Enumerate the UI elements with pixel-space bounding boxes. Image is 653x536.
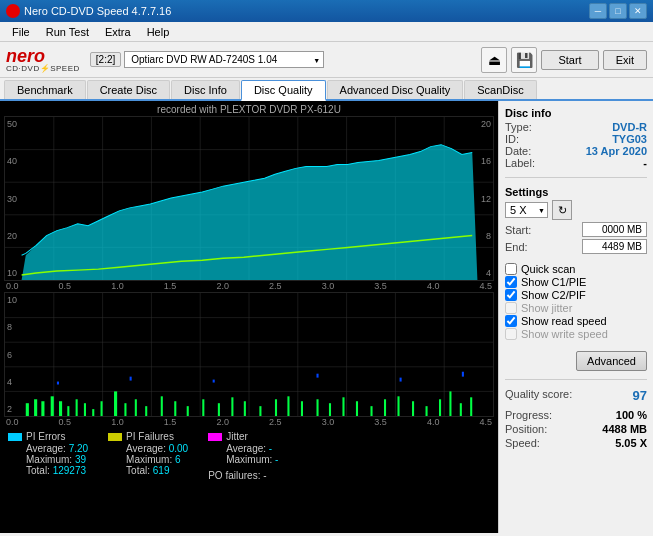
exit-button[interactable]: Exit [603, 50, 647, 70]
toolbar: nero CD·DVD⚡SPEED [2:2] Optiarc DVD RW A… [0, 42, 653, 78]
svg-rect-51 [301, 401, 303, 416]
pi-failures-color [108, 433, 122, 441]
tab-benchmark[interactable]: Benchmark [4, 80, 86, 99]
svg-rect-69 [400, 378, 402, 382]
svg-rect-56 [370, 406, 372, 416]
pi-failures-total: 619 [153, 465, 170, 476]
tab-bar: Benchmark Create Disc Disc Info Disc Qua… [0, 78, 653, 101]
id-value: TYG03 [612, 133, 647, 145]
show-read-speed-label: Show read speed [521, 315, 607, 327]
svg-rect-40 [145, 406, 147, 416]
pi-errors-avg: 7.20 [69, 443, 88, 454]
pi-failures-stats: Average: 0.00 Maximum: 6 Total: 619 [108, 443, 188, 476]
svg-rect-65 [57, 382, 59, 385]
refresh-button[interactable]: ↻ [552, 200, 572, 220]
quality-score-label: Quality score: [505, 388, 572, 403]
progress-row: Progress: 100 % [505, 409, 647, 421]
jitter-label: Jitter [226, 431, 248, 442]
svg-rect-41 [161, 396, 163, 416]
svg-rect-59 [412, 401, 414, 416]
svg-rect-29 [41, 401, 44, 416]
quality-score-row: Quality score: 97 [505, 388, 647, 403]
type-value: DVD-R [612, 121, 647, 133]
show-read-speed-checkbox[interactable] [505, 315, 517, 327]
menu-extra[interactable]: Extra [97, 24, 139, 40]
svg-rect-39 [135, 399, 137, 416]
minimize-button[interactable]: ─ [589, 3, 607, 19]
svg-rect-35 [92, 409, 94, 416]
show-write-speed-checkbox [505, 328, 517, 340]
svg-rect-27 [26, 403, 29, 416]
nero-product: CD·DVD⚡SPEED [6, 65, 80, 73]
svg-rect-33 [76, 399, 78, 416]
jitter-stats: Average: - Maximum: - [208, 443, 278, 465]
end-input[interactable] [582, 239, 647, 254]
po-failures-row: PO failures: - [208, 470, 278, 481]
svg-rect-44 [202, 399, 204, 416]
right-panel: Disc info Type: DVD-R ID: TYG03 Date: 13… [498, 101, 653, 533]
title-bar-left: Nero CD-DVD Speed 4.7.7.16 [6, 4, 171, 18]
speed-row: 5 X 4 X 8 X Max ↻ [505, 200, 647, 220]
svg-rect-37 [114, 391, 117, 416]
svg-rect-55 [356, 401, 358, 416]
svg-rect-31 [59, 401, 62, 416]
bottom-x-axis: 0.00.51.01.52.02.53.03.54.04.5 [4, 417, 494, 427]
start-button[interactable]: Start [541, 50, 598, 70]
close-button[interactable]: ✕ [629, 3, 647, 19]
speed-display-value: 5.05 X [615, 437, 647, 449]
disc-info-section: Disc info Type: DVD-R ID: TYG03 Date: 13… [505, 107, 647, 169]
pi-errors-max: 39 [75, 454, 86, 465]
tab-create-disc[interactable]: Create Disc [87, 80, 170, 99]
type-row: Type: DVD-R [505, 121, 647, 133]
divider-2 [505, 379, 647, 380]
po-failures-label: PO failures: [208, 470, 260, 481]
svg-rect-68 [316, 374, 318, 378]
svg-rect-45 [218, 403, 220, 416]
maximize-button[interactable]: □ [609, 3, 627, 19]
po-failures-value: - [263, 470, 266, 481]
svg-rect-48 [259, 406, 261, 416]
position-row: Position: 4488 MB [505, 423, 647, 435]
tab-scandisc[interactable]: ScanDisc [464, 80, 536, 99]
svg-rect-47 [244, 401, 246, 416]
start-input[interactable] [582, 222, 647, 237]
save-button[interactable]: 💾 [511, 47, 537, 73]
tab-advanced-disc-quality[interactable]: Advanced Disc Quality [327, 80, 464, 99]
jitter-max: - [275, 454, 278, 465]
app-icon [6, 4, 20, 18]
drive-dropdown[interactable]: Optiarc DVD RW AD-7240S 1.04 [124, 51, 324, 68]
menu-file[interactable]: File [4, 24, 38, 40]
quick-scan-label: Quick scan [521, 263, 575, 275]
svg-rect-67 [213, 380, 215, 383]
chart-area: recorded with PLEXTOR DVDR PX-612U 50 40… [0, 101, 498, 533]
title-bar-controls: ─ □ ✕ [589, 3, 647, 19]
show-write-speed-label: Show write speed [521, 328, 608, 340]
legend-area: PI Errors Average: 7.20 Maximum: 39 Tota… [2, 428, 496, 484]
pi-errors-color [8, 433, 22, 441]
svg-rect-62 [449, 391, 451, 416]
svg-rect-60 [426, 406, 428, 416]
svg-rect-43 [187, 406, 189, 416]
svg-rect-50 [287, 396, 289, 416]
show-c2pif-row: Show C2/PIF [505, 289, 647, 301]
menu-run-test[interactable]: Run Test [38, 24, 97, 40]
show-c1pie-checkbox[interactable] [505, 276, 517, 288]
nero-logo: nero CD·DVD⚡SPEED [6, 47, 80, 73]
label-row: Label: - [505, 157, 647, 169]
svg-rect-38 [124, 403, 126, 416]
tab-disc-info[interactable]: Disc Info [171, 80, 240, 99]
menu-help[interactable]: Help [139, 24, 178, 40]
checkboxes-section: Quick scan Show C1/PIE Show C2/PIF Show … [505, 262, 647, 341]
show-write-speed-row: Show write speed [505, 328, 647, 340]
tab-disc-quality[interactable]: Disc Quality [241, 80, 326, 101]
eject-button[interactable]: ⏏ [481, 47, 507, 73]
chart-title: recorded with PLEXTOR DVDR PX-612U [2, 103, 496, 116]
pi-errors-label: PI Errors [26, 431, 65, 442]
advanced-button[interactable]: Advanced [576, 351, 647, 371]
quick-scan-checkbox[interactable] [505, 263, 517, 275]
speed-select[interactable]: 5 X 4 X 8 X Max [505, 202, 548, 218]
show-c2pif-checkbox[interactable] [505, 289, 517, 301]
jitter-avg: - [269, 443, 272, 454]
svg-rect-49 [275, 399, 277, 416]
svg-rect-28 [34, 399, 37, 416]
